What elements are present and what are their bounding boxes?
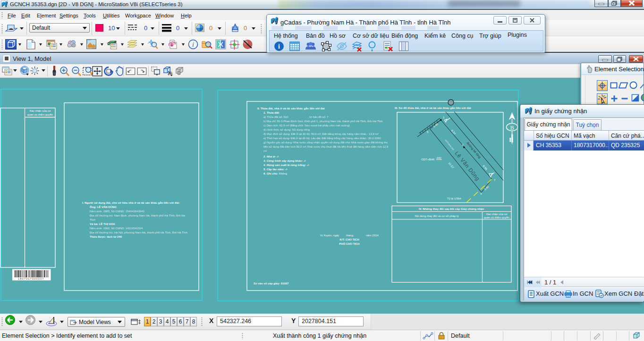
svg-text:Xác nhận của cơ: Xác nhận của cơ xyxy=(486,213,507,216)
svg-text:i: i xyxy=(278,43,280,50)
svg-text:tiền sử dụng đất diện tích 50,: tiền sử dụng đất diện tích 50,0 m²; Nhà … xyxy=(263,145,389,148)
svg-text:4. Rừng sản xuất là rừng trồng: 4. Rừng sản xuất là rừng trồng: -/- xyxy=(263,164,309,166)
svg-text:Nội dung thay đổi và cơ sở phá: Nội dung thay đổi và cơ sở pháp lý xyxy=(415,215,459,217)
svg-text:ODT+BHK 240: ODT+BHK 240 xyxy=(444,139,455,150)
svg-text:b) Địa chỉ: 81-3 Phan Đình Gió: b) Địa chỉ: 81-3 Phan Đình Giót, Khối ph… xyxy=(263,120,383,123)
svg-text:i: i xyxy=(192,41,194,48)
svg-text:e) Thời hạn sử dụng: Đất ở tạ: e) Thời hạn sử dụng: Đất ở tại đô thị: L… xyxy=(263,137,381,140)
svg-text:4: 4 xyxy=(480,192,482,195)
svg-text:8.96: 8.96 xyxy=(482,165,488,171)
svg-text:Xác nhận của cơ: Xác nhận của cơ xyxy=(29,109,51,112)
svg-text:10.57: 10.57 xyxy=(448,162,455,169)
svg-text:Năm sinh: 1985, Số CMND: 15464: Năm sinh: 1985, Số CMND: 154643643643 xyxy=(90,210,144,213)
svg-text:ODT+BHK: ODT+BHK xyxy=(421,158,435,161)
svg-text:đường bê tông: đường bê tông xyxy=(466,141,482,159)
svg-text:5. Cây lâu năm: -/-: 5. Cây lâu năm: -/- xyxy=(263,168,288,171)
svg-text:Vị Xuyên, ngàythángnăm 2014: Vị Xuyên, ngàythángnăm 2014 xyxy=(320,234,379,237)
svg-text:2: 2 xyxy=(462,143,464,146)
svg-text:I. Người sử dụng đất, chủ sở h: I. Người sử dụng đất, chủ sở hữu nhà ở v… xyxy=(82,201,180,204)
svg-text:đ) Mục đích sử dụng: Đất ở tạ: đ) Mục đích sử dụng: Đất ở tại đô thị: 5… xyxy=(263,133,378,135)
svg-text:240: 240 xyxy=(437,157,442,159)
svg-text:quan có thẩm quyền: quan có thẩm quyền xyxy=(484,216,509,219)
svg-text:5: 5 xyxy=(427,131,429,133)
svg-text:PHÓ CHỦ TỊCH: PHÓ CHỦ TỊCH xyxy=(339,242,359,245)
svg-text:m²: m² xyxy=(263,150,267,152)
svg-text:Thửa được: tách từ 240: Thửa được: tách từ 240 xyxy=(90,235,122,238)
svg-text:K/T. CHỦ TỊCH: K/T. CHỦ TỊCH xyxy=(340,238,359,241)
svg-text:Ông: LÊ VĂN DŨNG: Ông: LÊ VĂN DŨNG xyxy=(90,205,117,208)
svg-text:Số vào sổ cấp giấy: 01007: Số vào sổ cấp giấy: 01007 xyxy=(254,282,289,285)
svg-text:2. Nhà ở: -/-: 2. Nhà ở: -/- xyxy=(263,155,279,158)
svg-text:1807317000007: 1807317000007 xyxy=(18,277,44,280)
svg-text:1: 1 xyxy=(443,116,445,119)
svg-text:II. Thửa đất, nhà ở và tài sản: II. Thửa đất, nhà ở và tài sản khác gắn … xyxy=(257,107,325,110)
svg-text:B: B xyxy=(510,125,514,131)
svg-text:quan có thẩm quyền: quan có thẩm quyền xyxy=(27,113,53,116)
svg-text:IV. Những thay đổi sau khi cấp: IV. Những thay đổi sau khi cấp Giấy chứn… xyxy=(419,208,484,210)
svg-text:3. Công trình xây dựng khác: -: 3. Công trình xây dựng khác: -/- xyxy=(263,159,306,162)
svg-text:III. Sơ đồ thửa đất, nhà ở và: III. Sơ đồ thửa đất, nhà ở và tài sản kh… xyxy=(395,107,471,109)
svg-text:Năm sinh: 1992, Số CMND: 14213: Năm sinh: 1992, Số CMND: 14213541524 xyxy=(90,227,143,230)
svg-text:Địa chỉ thường trú: Hà Nội, ph: Địa chỉ thường trú: Hà Nội, phường Nam H… xyxy=(90,231,187,234)
svg-text:1. Thửa đất:: 1. Thửa đất: xyxy=(263,111,280,114)
svg-text:g) Nguồn gốc sử dụng: Nhà nước: g) Nguồn gốc sử dụng: Nhà nước công nhận… xyxy=(263,141,388,144)
svg-text:Tĩnh: Tĩnh xyxy=(90,218,95,221)
svg-text:Tỷ lệ 1/364: Tỷ lệ 1/364 xyxy=(447,197,461,200)
svg-text:Địa chỉ thường trú: Nam Định,: Địa chỉ thường trú: Nam Định, phường Nam… xyxy=(90,214,186,217)
svg-text:7: 7 xyxy=(494,179,496,182)
svg-text:a) Thửa đất số: 510, tờ bản đồ: a) Thửa đất số: 510, tờ bản đồ số: 7 xyxy=(263,116,329,118)
svg-text:Và bà: LÊ THỊ HOA: Và bà: LÊ THỊ HOA xyxy=(90,222,115,225)
svg-text:6. Ghi chú: Không: 6. Ghi chú: Không xyxy=(263,172,287,175)
svg-text:d) Hình thức sử dụng: Sử dụng: d) Hình thức sử dụng: Sử dụng riêng xyxy=(263,128,310,131)
svg-text:c) Diện tích: 62.9 m² (Bằng ch: c) Diện tích: 62.9 m² (Bằng chữ: Sáu mươ… xyxy=(263,124,350,127)
